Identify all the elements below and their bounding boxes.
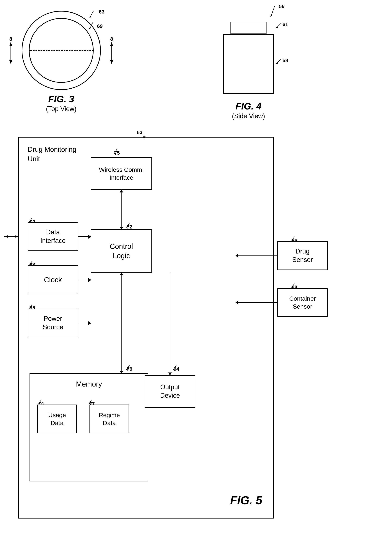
fig3-number: FIG. 3 — [11, 94, 112, 104]
fig3-arrow-right: 8 — [103, 36, 121, 65]
svg-marker-43 — [291, 286, 293, 288]
fig4-subtitle: (Side View) — [198, 112, 299, 120]
clock-block: Clock — [28, 265, 78, 294]
arrow-data-control — [78, 236, 91, 237]
svg-marker-41 — [236, 254, 238, 258]
fig5-ref94-arrow — [172, 364, 179, 372]
svg-marker-26 — [16, 235, 18, 238]
page: 63 69 8 — [0, 0, 392, 543]
svg-marker-5 — [9, 42, 12, 46]
fig4-container: 56 61 58 FIG. 4 (Side View) — [198, 11, 299, 120]
fig4-bottle-body — [223, 34, 274, 94]
control-logic-block: ControlLogic — [91, 229, 152, 273]
svg-marker-21 — [126, 226, 128, 228]
fig5-ref72-arrow — [125, 222, 132, 229]
svg-marker-25 — [5, 235, 8, 238]
fig3-subtitle: (Top View) — [11, 105, 112, 113]
fig4-diagram: 56 61 58 — [223, 11, 274, 97]
svg-marker-28 — [29, 264, 31, 265]
svg-marker-9 — [110, 60, 113, 64]
container-sensor-block: ContainerSensor — [277, 288, 328, 317]
fig3-title: FIG. 3 (Top View) — [11, 94, 112, 113]
fig4-ref56-arrow — [268, 6, 277, 18]
fig5-main-box: Drug Monitoring Unit 75 Wireless Comm.In… — [18, 137, 274, 519]
arrow-drug-control-h — [238, 255, 278, 256]
svg-marker-36 — [89, 402, 91, 404]
fig3-arrow-left: 8 — [2, 36, 20, 65]
svg-marker-6 — [9, 60, 12, 64]
fig5-container: 63 Drug Monitoring Unit 75 Wir — [11, 137, 382, 519]
fig4-ref58: 58 — [283, 58, 288, 63]
svg-marker-44 — [236, 300, 238, 305]
output-device-block: OutputDevice — [145, 375, 195, 408]
svg-marker-8 — [110, 42, 113, 46]
fig5-ref75-arrow — [112, 148, 119, 156]
wireless-comm-block: Wireless Comm.Interface — [91, 157, 152, 190]
svg-marker-40 — [291, 239, 293, 241]
svg-marker-32 — [126, 368, 128, 370]
arrow-data-external — [4, 234, 19, 239]
svg-marker-23 — [29, 220, 31, 222]
usage-data-block: UsageData — [37, 405, 77, 433]
drug-sensor-block: DrugSensor — [277, 241, 328, 270]
fig5-title: FIG. 5 — [230, 494, 262, 507]
arrow-power-control — [78, 323, 91, 323]
fig4-ref58-arrow — [275, 58, 283, 66]
arrow-control-memory — [121, 273, 122, 373]
fig4-number: FIG. 4 — [198, 101, 299, 112]
power-source-block: PowerSource — [28, 309, 78, 337]
fig4-ref61-arrow — [275, 23, 283, 30]
fig4-title: FIG. 4 (Side View) — [198, 101, 299, 120]
svg-line-10 — [271, 6, 275, 16]
svg-marker-30 — [29, 307, 31, 309]
fig5-ref79-arrow — [125, 364, 132, 372]
arrow-container-control-head — [236, 300, 239, 305]
arrow-container-control-h — [238, 302, 278, 303]
fig4-ref61: 61 — [283, 22, 288, 27]
arrow-wireless-control — [121, 190, 122, 229]
fig4-bottle-cap — [230, 22, 267, 34]
fig4-ref56: 56 — [279, 4, 284, 9]
regime-data-block: RegimeData — [90, 405, 129, 433]
svg-marker-38 — [173, 368, 175, 370]
svg-marker-34 — [38, 402, 40, 404]
arrow-clock-control — [78, 280, 91, 280]
fig3-dashed-line — [29, 50, 93, 51]
memory-block: Memory 91 UsageData 77 — [29, 373, 148, 481]
svg-marker-11 — [270, 14, 272, 17]
fig3-ref69: 69 — [97, 23, 103, 29]
arrow-control-output — [170, 273, 170, 375]
fig3-container: 63 69 8 — [11, 11, 112, 113]
fig3-diagram: 69 8 8 — [22, 11, 101, 90]
data-interface-block: DataInterface — [28, 222, 78, 251]
arrow-drug-control-head — [236, 253, 239, 258]
svg-marker-19 — [114, 152, 116, 154]
